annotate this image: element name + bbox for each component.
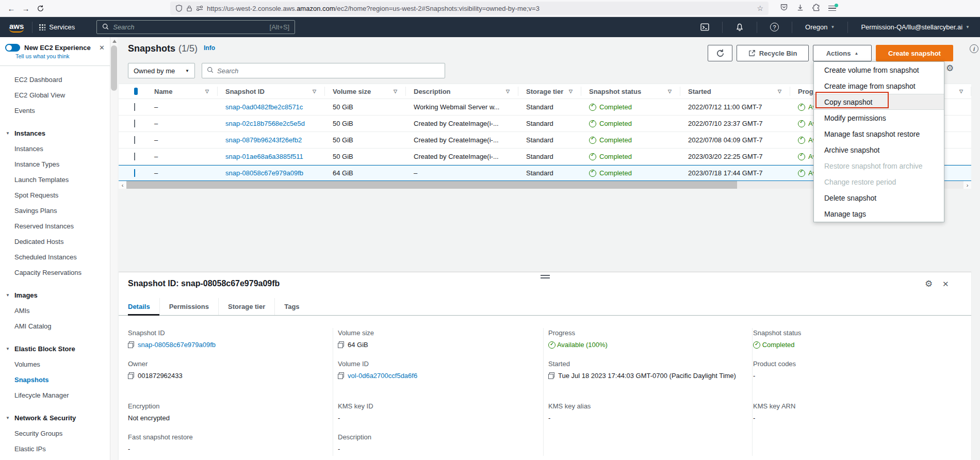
- copy-icon[interactable]: [338, 372, 344, 379]
- row-checkbox-checked[interactable]: [134, 169, 135, 177]
- scroll-right-arrow[interactable]: [963, 181, 971, 189]
- menu-item-archive-snapshot[interactable]: Archive snapshot: [814, 142, 944, 158]
- snapshot-id-link[interactable]: snap-0ad0482fbe2c8571c: [217, 103, 324, 111]
- sidebar-item-security-groups[interactable]: Security Groups: [0, 426, 110, 441]
- recycle-bin-button[interactable]: Recycle Bin: [737, 45, 809, 61]
- browser-reload-icon[interactable]: [33, 2, 47, 15]
- copy-icon[interactable]: [128, 341, 134, 348]
- row-checkbox[interactable]: [134, 153, 135, 160]
- snapshot-id-link[interactable]: snap-0879b96243f26efb2: [217, 136, 324, 144]
- scrollbar-thumb[interactable]: [126, 181, 737, 189]
- download-icon[interactable]: [796, 4, 804, 13]
- select-all-checkbox[interactable]: [134, 88, 138, 95]
- sort-icon[interactable]: [778, 89, 781, 94]
- sidebar-section-elastic-block-store[interactable]: Elastic Block Store: [0, 341, 110, 357]
- cloudshell-icon[interactable]: [694, 23, 716, 31]
- sidebar-item-ami-catalog[interactable]: AMI Catalog: [0, 319, 110, 334]
- account-menu[interactable]: Permission-QA/llu@stellarcyber.ai: [854, 23, 980, 31]
- column-header-volume-size[interactable]: Volume size: [324, 84, 405, 98]
- sidebar-item-scheduled-instances[interactable]: Scheduled Instances: [0, 250, 110, 265]
- owned-by-filter[interactable]: Owned by me: [128, 63, 195, 78]
- tab-permissions[interactable]: Permissions: [159, 298, 218, 315]
- sidebar-item-ec2-global-view[interactable]: EC2 Global View: [0, 88, 110, 103]
- table-settings-gear-icon[interactable]: [946, 64, 954, 73]
- sidebar-item-volumes[interactable]: Volumes: [0, 357, 110, 372]
- permissions-icon[interactable]: [196, 5, 203, 12]
- menu-item-create-volume-from-snapshot[interactable]: Create volume from snapshot: [814, 62, 944, 78]
- snapshot-id-link[interactable]: snap-08058c67e979a09fb: [217, 169, 324, 177]
- row-checkbox[interactable]: [134, 136, 135, 144]
- experiment-feedback-link[interactable]: Tell us what you think: [0, 52, 110, 59]
- url-bar[interactable]: https://us-west-2.console.aws.amazon.com…: [170, 2, 769, 15]
- tab-details[interactable]: Details: [128, 298, 159, 315]
- sidebar-item-launch-templates[interactable]: Launch Templates: [0, 172, 110, 188]
- refresh-button[interactable]: [708, 45, 732, 61]
- sidebar-item-lifecycle-manager[interactable]: Lifecycle Manager: [0, 388, 110, 403]
- aws-logo[interactable]: aws: [7, 22, 26, 33]
- tab-storage-tier[interactable]: Storage tier: [218, 298, 274, 315]
- sort-icon[interactable]: [569, 89, 573, 94]
- snapshot-search-input[interactable]: [217, 67, 440, 75]
- extensions-puzzle-icon[interactable]: [812, 4, 820, 13]
- sidebar-item-spot-requests[interactable]: Spot Requests: [0, 188, 110, 203]
- scroll-left-arrow[interactable]: [119, 181, 126, 189]
- global-search-input[interactable]: [113, 23, 265, 31]
- bookmark-star-icon[interactable]: [757, 4, 763, 12]
- sidebar-item-reserved-instances[interactable]: Reserved Instances: [0, 219, 110, 234]
- row-checkbox[interactable]: [134, 103, 135, 111]
- scrollbar-thumb[interactable]: [111, 45, 117, 91]
- copy-icon[interactable]: [338, 341, 344, 348]
- sort-icon[interactable]: [668, 89, 672, 94]
- sort-icon[interactable]: [313, 89, 316, 94]
- sidebar-item-ec2-dashboard[interactable]: EC2 Dashboard: [0, 72, 110, 88]
- create-snapshot-button[interactable]: Create snapshot: [876, 45, 953, 61]
- copy-icon[interactable]: [128, 372, 134, 379]
- new-experience-toggle[interactable]: [5, 44, 20, 52]
- sidebar-item-instances[interactable]: Instances: [0, 141, 110, 157]
- column-header-started[interactable]: Started: [680, 84, 790, 98]
- notifications-bell-icon[interactable]: [729, 23, 750, 31]
- panel-settings-gear-icon[interactable]: [925, 280, 933, 288]
- column-header-description[interactable]: Description: [405, 84, 518, 98]
- sidebar-item-amis[interactable]: AMIs: [0, 303, 110, 319]
- sort-icon[interactable]: [205, 89, 209, 94]
- panel-close-icon[interactable]: [942, 280, 949, 289]
- help-icon[interactable]: [763, 23, 786, 31]
- menu-item-delete-snapshot[interactable]: Delete snapshot: [814, 190, 944, 206]
- info-panel-icon[interactable]: [970, 44, 978, 53]
- snapshot-id-link[interactable]: snap-01ae68a6a3885f511: [217, 153, 324, 160]
- column-header-snapshot-status[interactable]: Snapshot status: [581, 84, 680, 98]
- sidebar-section-network-security[interactable]: Network & Security: [0, 410, 110, 426]
- column-header-snapshot-id[interactable]: Snapshot ID: [217, 84, 324, 98]
- lock-icon[interactable]: [186, 5, 192, 12]
- sidebar-item-dedicated-hosts[interactable]: Dedicated Hosts: [0, 234, 110, 250]
- column-header-name[interactable]: Name: [146, 84, 217, 98]
- snapshot-search[interactable]: [202, 63, 445, 78]
- sort-icon[interactable]: [394, 89, 397, 94]
- sort-icon[interactable]: [959, 89, 963, 94]
- row-checkbox[interactable]: [134, 120, 135, 127]
- browser-forward-icon[interactable]: [19, 2, 33, 15]
- region-selector[interactable]: Oregon: [798, 23, 841, 31]
- snapshot-id-link[interactable]: snap-02c18b7568e2c5e5d: [217, 120, 324, 127]
- close-icon[interactable]: [99, 44, 105, 52]
- sidebar-section-images[interactable]: Images: [0, 288, 110, 303]
- sidebar-item-snapshots[interactable]: Snapshots: [0, 372, 110, 388]
- services-menu[interactable]: Services: [39, 23, 75, 31]
- menu-item-modify-permissions[interactable]: Modify permissions: [814, 110, 944, 126]
- sidebar-item-elastic-ips[interactable]: Elastic IPs: [0, 441, 110, 457]
- sidebar-scrollbar[interactable]: [110, 37, 118, 460]
- info-link[interactable]: Info: [204, 44, 215, 52]
- menu-item-manage-tags[interactable]: Manage tags: [814, 206, 944, 222]
- sort-icon[interactable]: [506, 89, 510, 94]
- browser-back-icon[interactable]: [4, 2, 19, 15]
- scrollbar-up-arrow[interactable]: [112, 40, 117, 43]
- pocket-icon[interactable]: [780, 3, 788, 13]
- panel-drag-handle[interactable]: [541, 275, 550, 280]
- actions-button[interactable]: Actions: [813, 45, 872, 61]
- menu-item-manage-fast-snapshot-restore[interactable]: Manage fast snapshot restore: [814, 126, 944, 142]
- sidebar-item-capacity-reservations[interactable]: Capacity Reservations: [0, 265, 110, 281]
- column-header-storage-tier[interactable]: Storage tier: [518, 84, 581, 98]
- sidebar-item-savings-plans[interactable]: Savings Plans: [0, 203, 110, 219]
- menu-hamburger-icon[interactable]: [828, 6, 836, 11]
